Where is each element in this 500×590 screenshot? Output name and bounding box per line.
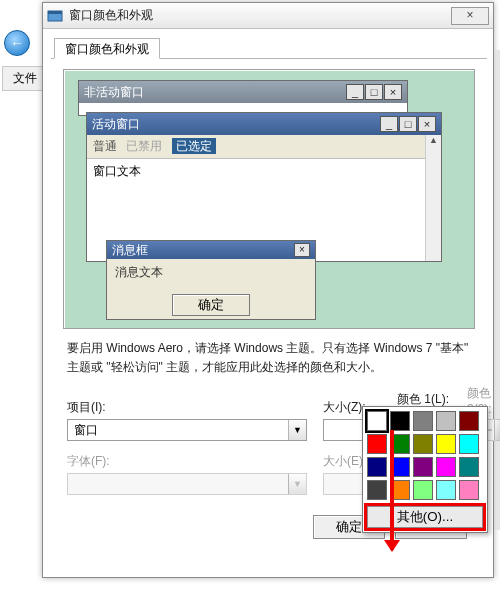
palette-color[interactable] xyxy=(367,457,387,477)
menu-normal: 普通 xyxy=(93,139,117,153)
preview-active-titlebar: 活动窗口 _ □ × xyxy=(87,113,441,135)
annotation-arrow xyxy=(390,430,394,550)
preview-inactive-window: 非活动窗口 _ □ × xyxy=(78,80,408,116)
chevron-down-icon: ▼ xyxy=(288,474,306,494)
palette-color[interactable] xyxy=(390,411,410,431)
item-combobox[interactable]: 窗口 ▼ xyxy=(67,419,307,441)
palette-color[interactable] xyxy=(459,457,479,477)
palette-color[interactable] xyxy=(436,411,456,431)
preview-msgbox-title: 消息框 xyxy=(112,242,294,259)
preview-msg-text: 消息文本 xyxy=(107,259,315,286)
maximize-icon: □ xyxy=(365,84,383,100)
preview-body-text: 窗口文本 xyxy=(87,159,441,184)
preview-ok-button: 确定 xyxy=(172,294,250,316)
titlebar: 窗口颜色和外观 × xyxy=(43,3,493,29)
item-value: 窗口 xyxy=(68,422,288,439)
palette-color[interactable] xyxy=(367,411,387,431)
palette-color[interactable] xyxy=(436,480,456,500)
window-icon xyxy=(47,8,63,24)
preview-msgbox-titlebar: 消息框 × xyxy=(107,241,315,259)
color-palette-popup: 其他(O)... xyxy=(362,406,488,533)
minimize-icon: _ xyxy=(380,116,398,132)
palette-color[interactable] xyxy=(436,457,456,477)
close-icon: × xyxy=(384,84,402,100)
other-colors-button[interactable]: 其他(O)... xyxy=(367,506,483,528)
nav-back-button[interactable]: ← xyxy=(4,30,30,56)
palette-color[interactable] xyxy=(459,411,479,431)
edge-shadow xyxy=(494,50,500,530)
font-label: 字体(F): xyxy=(67,453,307,470)
scrollbar-icon xyxy=(425,135,441,261)
palette-color[interactable] xyxy=(413,434,433,454)
palette-color[interactable] xyxy=(367,480,387,500)
svg-rect-1 xyxy=(48,11,62,14)
close-icon: × xyxy=(418,116,436,132)
window-title: 窗口颜色和外观 xyxy=(67,7,451,24)
item-label: 项目(I): xyxy=(67,399,307,416)
tab-strip: 窗口颜色和外观 xyxy=(51,37,487,59)
preview-area: 非活动窗口 _ □ × 活动窗口 _ □ × xyxy=(63,69,475,329)
menu-selected: 已选定 xyxy=(172,138,216,154)
menu-disabled: 已禁用 xyxy=(126,139,162,153)
preview-inactive-title: 非活动窗口 xyxy=(84,84,346,101)
palette-color[interactable] xyxy=(459,434,479,454)
palette-color[interactable] xyxy=(367,434,387,454)
tab-appearance[interactable]: 窗口颜色和外观 xyxy=(54,38,160,59)
preview-message-box: 消息框 × 消息文本 确定 xyxy=(106,240,316,320)
close-icon: × xyxy=(294,243,310,257)
maximize-icon: □ xyxy=(399,116,417,132)
close-button[interactable]: × xyxy=(451,7,489,25)
palette-color[interactable] xyxy=(413,457,433,477)
palette-color[interactable] xyxy=(459,480,479,500)
palette-color[interactable] xyxy=(436,434,456,454)
preview-menu: 普通 已禁用 已选定 xyxy=(87,135,441,159)
palette-color[interactable] xyxy=(413,411,433,431)
preview-active-title: 活动窗口 xyxy=(92,116,380,133)
description-text: 要启用 Windows Aero，请选择 Windows 主题。只有选择 Win… xyxy=(67,339,471,377)
minimize-icon: _ xyxy=(346,84,364,100)
preview-inactive-titlebar: 非活动窗口 _ □ × xyxy=(79,81,407,103)
palette-color[interactable] xyxy=(413,480,433,500)
chevron-down-icon: ▼ xyxy=(288,420,306,440)
font-combobox: ▼ xyxy=(67,473,307,495)
